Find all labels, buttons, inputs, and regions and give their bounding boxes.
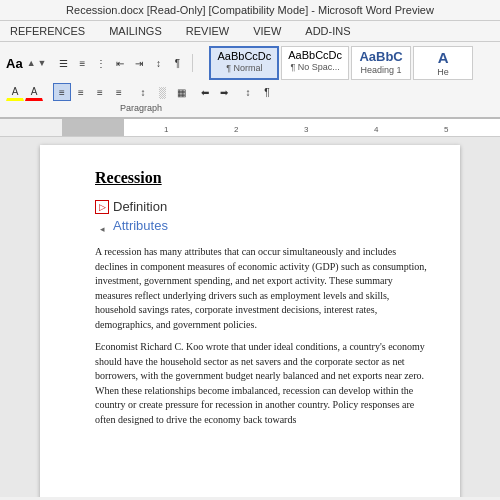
bullet-list-icon[interactable]: ☰: [54, 54, 72, 72]
menu-bar: REFERENCES MAILINGS REVIEW VIEW ADD-INS: [0, 21, 500, 42]
align-right-icon[interactable]: ≡: [91, 83, 109, 101]
borders-icon[interactable]: ▦: [172, 83, 190, 101]
style-normal-label: ¶ Normal: [217, 63, 271, 73]
line-spacing-icon[interactable]: ↕: [134, 83, 152, 101]
ruler-mark-4: 4: [374, 125, 378, 134]
shading-icon[interactable]: ░: [153, 83, 171, 101]
justify-icon[interactable]: ≡: [110, 83, 128, 101]
sort-icon[interactable]: ↕: [149, 54, 167, 72]
document-title: Recession: [95, 169, 430, 187]
style-nospace-label: ¶ No Spac...: [288, 62, 342, 72]
highlight-icon[interactable]: A: [6, 83, 24, 101]
align-left-icon[interactable]: ≡: [53, 83, 71, 101]
ruler-mark-5: 5: [444, 125, 448, 134]
style-normal-preview: AaBbCcDc: [217, 50, 271, 63]
indent-left-icon[interactable]: ⬅: [196, 83, 214, 101]
ruler: 1 2 3 4 5: [0, 119, 500, 137]
menu-review[interactable]: REVIEW: [182, 23, 233, 39]
font-grow-icon[interactable]: ▲: [27, 58, 36, 68]
indent-right-icon[interactable]: ➡: [215, 83, 233, 101]
style-gallery: AaBbCcDc ¶ Normal AaBbCcDc ¶ No Spac... …: [209, 46, 473, 80]
ruler-mark-2: 2: [234, 125, 238, 134]
document-page: Recession ▷ Definition ◂ Attributes A re…: [40, 145, 460, 497]
definition-heading-row: ▷ Definition: [95, 199, 430, 214]
font-color-icon[interactable]: A: [25, 83, 43, 101]
menu-addins[interactable]: ADD-INS: [301, 23, 354, 39]
style-heading2[interactable]: A He: [413, 46, 473, 80]
align-center-icon[interactable]: ≡: [72, 83, 90, 101]
menu-mailings[interactable]: MAILINGS: [105, 23, 166, 39]
multilevel-list-icon[interactable]: ⋮: [92, 54, 110, 72]
style-heading2-preview: A: [420, 49, 466, 67]
ruler-mark-3: 3: [304, 125, 308, 134]
style-nospace[interactable]: AaBbCcDc ¶ No Spac...: [281, 46, 349, 80]
decrease-indent-icon[interactable]: ⇤: [111, 54, 129, 72]
style-heading2-label: He: [420, 67, 466, 77]
style-heading1[interactable]: AaBbC Heading 1: [351, 46, 411, 80]
paragraph-2: Economist Richard C. Koo wrote that unde…: [95, 340, 430, 427]
numbered-list-icon[interactable]: ≡: [73, 54, 91, 72]
font-size-label: Aa: [6, 56, 23, 71]
sort2-icon[interactable]: ↕: [239, 83, 257, 101]
document-area: Recession ▷ Definition ◂ Attributes A re…: [0, 137, 500, 497]
paragraph-icons: A A ≡ ≡ ≡ ≡ ↕ ░ ▦ ⬅ ➡ ↕ ¶: [6, 83, 276, 101]
font-shrink-icon[interactable]: ▼: [38, 58, 47, 68]
ruler-mark-1: 1: [164, 125, 168, 134]
paragraph-1: A recession has many attributes that can…: [95, 245, 430, 332]
title-bar: Recession.docx [Read-Only] [Compatibilit…: [0, 0, 500, 21]
attributes-heading: Attributes: [113, 218, 168, 233]
style-normal[interactable]: AaBbCcDc ¶ Normal: [209, 46, 279, 80]
ruler-scale: 1 2 3 4 5: [124, 119, 500, 136]
list-icons-group: ☰ ≡ ⋮ ⇤ ⇥ ↕ ¶: [54, 54, 193, 72]
paragraph-label: Paragraph: [120, 103, 162, 113]
font-controls: Aa ▲ ▼: [6, 56, 46, 71]
menu-references[interactable]: REFERENCES: [6, 23, 89, 39]
ribbon: Aa ▲ ▼ ☰ ≡ ⋮ ⇤ ⇥ ↕ ¶ AaBbCcDc ¶ Normal A…: [0, 42, 500, 119]
show-marks-icon[interactable]: ¶: [168, 54, 186, 72]
pilcrow-icon[interactable]: ¶: [258, 83, 276, 101]
style-nospace-preview: AaBbCcDc: [288, 49, 342, 62]
attributes-collapse-arrow[interactable]: ◂: [95, 222, 109, 236]
menu-view[interactable]: VIEW: [249, 23, 285, 39]
definition-heading: Definition: [113, 199, 167, 214]
style-heading1-preview: AaBbC: [358, 49, 404, 65]
paragraph-section: A A ≡ ≡ ≡ ≡ ↕ ░ ▦ ⬅ ➡ ↕ ¶ Paragraph: [6, 83, 276, 113]
style-heading1-label: Heading 1: [358, 65, 404, 75]
attributes-heading-row: ◂ Attributes: [95, 218, 430, 239]
increase-indent-icon[interactable]: ⇥: [130, 54, 148, 72]
ruler-left-margin: [62, 119, 124, 136]
definition-expand-btn[interactable]: ▷: [95, 200, 109, 214]
